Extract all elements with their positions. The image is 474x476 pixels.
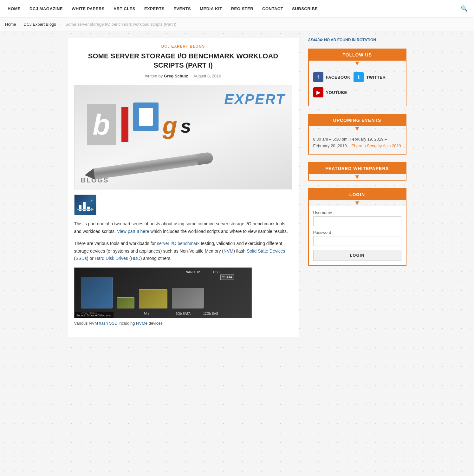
usb-label: USB (213, 270, 220, 274)
caption2: including (119, 321, 136, 326)
password-input[interactable] (313, 236, 401, 246)
author-link[interactable]: Greg Schulz (164, 74, 188, 78)
search-icon[interactable]: 🔍 (458, 5, 471, 12)
nav-experts[interactable]: EXPERTS (140, 0, 169, 17)
featured-whitepapers-arrow: ▼ (309, 174, 406, 180)
body1: There are various tools and workloads fo… (74, 241, 157, 246)
facebook-label: FACEBOOK (326, 75, 351, 80)
nvm-link[interactable]: NVM (224, 248, 233, 254)
caption3: devices (149, 321, 163, 326)
upcoming-events-section: UPCOMING EVENTS ▼ 8:30 am – 5:30 pm, Feb… (308, 114, 406, 155)
breadcrumb-sep2: › (59, 22, 61, 27)
source-label: Source: StorageIOblog.com (76, 314, 112, 317)
facebook-icon: f (313, 72, 323, 82)
ssds-link[interactable]: SSDs (75, 256, 87, 261)
ssd-link[interactable]: Solid State Devices (247, 248, 285, 254)
thumbnail-image[interactable]: ↗ (74, 195, 96, 215)
server-io-benchmark-link[interactable]: server I/O benchmark (157, 241, 200, 246)
username-field: Username (313, 210, 401, 226)
follow-us-body: f FACEBOOK t TWITTER ▶ YOUTUBE (309, 66, 406, 106)
sata-label: 6Gb SATA (176, 312, 191, 315)
nav-register[interactable]: REGISTER (227, 0, 258, 17)
nav-home[interactable]: HOME (3, 0, 25, 17)
body4: ) or (87, 256, 95, 261)
msata-label: mSATA (220, 274, 234, 280)
breadcrumb-home[interactable]: Home (5, 22, 16, 27)
nvme-link[interactable]: NVMe (136, 321, 147, 326)
pcie-card (81, 277, 113, 308)
category-label: DCJ EXPERT BLOGS (74, 44, 292, 49)
nav-white-papers[interactable]: WHITE PAPERS (67, 0, 109, 17)
m2-card (139, 289, 167, 308)
youtube-item[interactable]: ▶ YOUTUBE (313, 86, 347, 99)
article-meta: written by Greg Schulz August 8, 2016 (74, 74, 292, 78)
youtube-label: YOUTUBE (326, 90, 347, 95)
login-header: LOGIN (309, 189, 406, 200)
sas-label: 12Gb SAS (203, 312, 218, 315)
breadcrumb-current: Some server storage I/O benchmark worklo… (65, 22, 176, 27)
nav-events[interactable]: EVENTS (169, 0, 195, 17)
hero-image: EXPERT b g s BLOGS (74, 85, 292, 189)
sidebar: AS#404: NO AD FOUND IN ROTATION FOLLOW U… (308, 38, 406, 337)
hdd-link[interactable]: Hard Disk Drives (95, 256, 128, 261)
main-content: DCJ EXPERT BLOGS SOME SERVER STORAGE I/O… (68, 38, 299, 337)
login-arrow: ▼ (309, 200, 406, 206)
nav-subscribe[interactable]: SUBSCRIBE (288, 0, 322, 17)
m2-label: M.2 (144, 312, 150, 315)
event-link[interactable]: Pharma Security Asia 2019 (351, 143, 401, 148)
breadcrumb-parent[interactable]: DCJ Expert Blogs (23, 22, 56, 27)
upcoming-events-arrow: ▼ (309, 125, 406, 132)
twitter-label: TWITTER (366, 75, 386, 80)
body3: ) flash (233, 248, 247, 254)
article-body: This is part one of a two-part series of… (74, 220, 292, 262)
page-wrapper: DCJ EXPERT BLOGS SOME SERVER STORAGE I/O… (63, 31, 412, 343)
sidebar-ad: AS#404: NO AD FOUND IN ROTATION (308, 38, 406, 42)
follow-us-arrow: ▼ (309, 60, 406, 66)
twitter-icon: t (354, 72, 364, 82)
featured-whitepapers-section: FEATURED WHITEPAPERS ▼ (308, 162, 406, 181)
twitter-item[interactable]: t TWITTER (354, 71, 386, 83)
login-form: Username Password LOGIN (309, 206, 406, 265)
youtube-icon: ▶ (313, 87, 323, 97)
facebook-item[interactable]: f FACEBOOK (313, 71, 351, 83)
nav-contact[interactable]: CONTACT (258, 0, 288, 17)
written-by: written by (145, 74, 163, 78)
image-caption: Various NVM flash SSD including NVMe dev… (74, 321, 292, 326)
password-field: Password (313, 230, 401, 246)
login-section: LOGIN ▼ Username Password LOGIN (308, 188, 406, 266)
breadcrumb-sep1: › (19, 22, 20, 27)
msata-card (117, 297, 134, 308)
caption-text: Various (74, 321, 89, 326)
username-label: Username (313, 210, 401, 215)
featured-whitepapers-header: FEATURED WHITEPAPERS (309, 163, 406, 174)
password-label: Password (313, 230, 401, 235)
username-input[interactable] (313, 216, 401, 226)
nav-media-kit[interactable]: MEDIA KIT (195, 0, 226, 17)
nvm-flash-link[interactable]: NVM flash SSD (89, 321, 117, 326)
hdd2-link[interactable]: HDD (131, 256, 140, 261)
main-nav: HOME DCJ MAGAZINE WHITE PAPERS ARTICLES … (0, 0, 474, 17)
nav-dcj-magazine[interactable]: DCJ MAGAZINE (25, 0, 67, 17)
upcoming-events-header: UPCOMING EVENTS (309, 115, 406, 126)
article-title: SOME SERVER STORAGE I/O BENCHMARK WORKLO… (74, 52, 292, 70)
nav-articles[interactable]: ARTICLES (109, 0, 140, 17)
view-part2-link[interactable]: View part II here (117, 229, 149, 234)
follow-us-section: FOLLOW US ▼ f FACEBOOK t TWITTER ▶ (308, 49, 406, 106)
follow-us-header: FOLLOW US (309, 49, 406, 61)
body5: ) among others. (140, 256, 172, 261)
intro-cont: which includes the workload scripts and … (150, 229, 288, 234)
article-date: August 8, 2016 (193, 74, 221, 78)
login-button[interactable]: LOGIN (313, 250, 401, 261)
upcoming-events-body: 8:30 am – 5:30 pm, February 19, 2019 – F… (309, 132, 406, 154)
sas-card (172, 288, 204, 308)
nvme-image: NAND Die USB mSATA PCIe NVMe M.2 (74, 268, 252, 318)
breadcrumb: Home › DCJ Expert Blogs › Some server st… (0, 17, 474, 31)
nand-die-label: NAND Die (186, 270, 200, 274)
